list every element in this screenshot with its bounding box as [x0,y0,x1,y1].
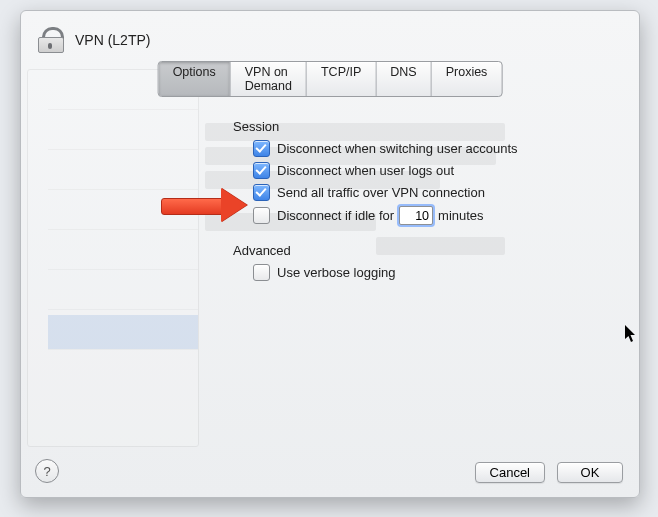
checkbox-send-all-traffic[interactable] [253,184,270,201]
label-disconnect-idle-suffix: minutes [438,208,484,223]
tab-options[interactable]: Options [159,62,231,96]
mouse-cursor-icon [625,325,639,347]
lock-icon [35,27,65,53]
label-send-all-traffic: Send all traffic over VPN connection [277,185,485,200]
label-disconnect-idle-prefix: Disconnect if idle for [277,208,394,223]
tab-bar: Options VPN on Demand TCP/IP DNS Proxies [158,61,503,97]
tab-proxies[interactable]: Proxies [432,62,502,96]
tab-vpn-on-demand[interactable]: VPN on Demand [231,62,307,96]
ok-button[interactable]: OK [557,462,623,483]
idle-minutes-input[interactable] [399,206,433,225]
label-disconnect-logout: Disconnect when user logs out [277,163,454,178]
label-verbose-logging: Use verbose logging [277,265,396,280]
checkbox-disconnect-logout[interactable] [253,162,270,179]
footer-buttons: Cancel OK [475,462,623,483]
tab-dns[interactable]: DNS [376,62,431,96]
session-heading: Session [233,119,599,134]
options-content: Session Disconnect when switching user a… [233,119,599,286]
tab-tcpip[interactable]: TCP/IP [307,62,376,96]
checkbox-disconnect-idle[interactable] [253,207,270,224]
advanced-heading: Advanced [233,243,599,258]
cancel-button[interactable]: Cancel [475,462,545,483]
label-disconnect-switch-users: Disconnect when switching user accounts [277,141,518,156]
vpn-options-sheet: VPN (L2TP) Options VPN on Demand TCP/IP … [20,10,640,498]
checkbox-verbose-logging[interactable] [253,264,270,281]
help-button[interactable]: ? [35,459,59,483]
checkbox-disconnect-switch-users[interactable] [253,140,270,157]
window-title: VPN (L2TP) [75,32,150,48]
